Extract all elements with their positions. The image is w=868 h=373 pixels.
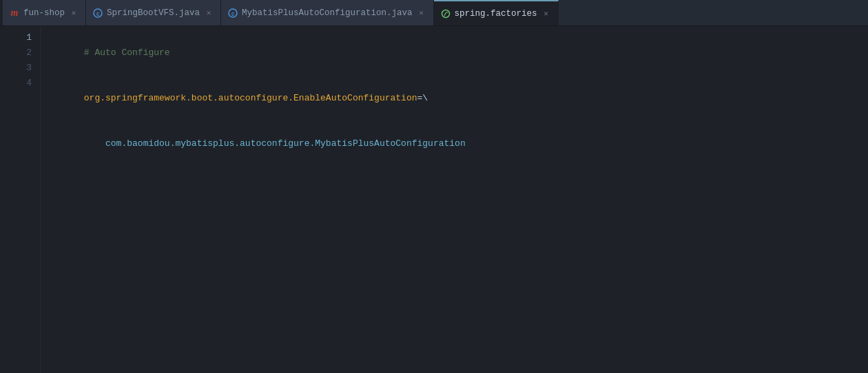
svg-text:C: C: [231, 11, 234, 17]
tab-springbootvfs[interactable]: C SpringBootVFS.java ✕: [86, 0, 221, 25]
svg-text:C: C: [96, 11, 99, 17]
line-num-3: 3: [3, 61, 32, 76]
maven-icon: m: [10, 8, 19, 18]
java-icon-2: C: [228, 8, 238, 18]
token-value-3: com.baomidou.mybatisplus.autoconfigure.M…: [84, 138, 466, 149]
tab-mybatisplus[interactable]: C MybatisPlusAutoConfiguration.java ✕: [221, 0, 434, 25]
tab-close-spring-factories[interactable]: ✕: [541, 9, 551, 19]
tab-close-mybatisplus[interactable]: ✕: [417, 8, 426, 18]
tab-label-spring-factories: spring.factories: [455, 9, 537, 19]
editor-area: 1 2 3 4 # Auto Configure org.springframe…: [0, 26, 868, 373]
tab-label-springbootvfs: SpringBootVFS.java: [107, 8, 200, 18]
java-icon-1: C: [93, 8, 103, 18]
code-line-2: org.springframework.boot.autoconfigure.E…: [52, 76, 868, 121]
token-comment-1: # Auto Configure: [84, 47, 170, 58]
spring-icon: [441, 9, 451, 19]
line-number-gutter: 1 2 3 4: [3, 26, 41, 373]
code-editor[interactable]: # Auto Configure org.springframework.boo…: [41, 26, 868, 373]
tab-fun-shop[interactable]: m fun-shop ✕: [3, 0, 86, 25]
tab-label-mybatisplus: MybatisPlusAutoConfiguration.java: [242, 8, 413, 18]
tab-close-springbootvfs[interactable]: ✕: [204, 8, 214, 18]
code-line-1: # Auto Configure: [52, 30, 868, 76]
line-num-2: 2: [3, 45, 32, 61]
line-num-4: 4: [3, 76, 32, 91]
tab-bar: m fun-shop ✕ C SpringBootVFS.java ✕ C My…: [0, 0, 868, 26]
code-line-3: com.baomidou.mybatisplus.autoconfigure.M…: [52, 121, 868, 167]
token-eq-2: =\: [417, 93, 428, 103]
tab-close-fun-shop[interactable]: ✕: [69, 8, 79, 18]
tab-label-fun-shop: fun-shop: [23, 8, 65, 18]
line-num-1: 1: [3, 30, 32, 45]
token-key-2: org.springframework.boot.autoconfigure.E…: [84, 93, 417, 103]
tab-spring-factories[interactable]: spring.factories ✕: [434, 0, 559, 25]
